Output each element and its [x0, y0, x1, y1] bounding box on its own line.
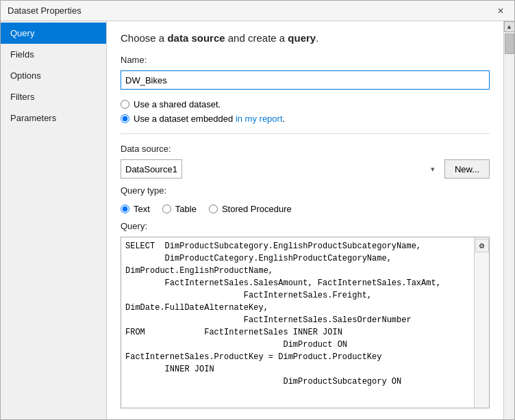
title-bar: Dataset Properties ✕: [1, 1, 514, 21]
dialog-body: Query Fields Options Filters Parameters …: [1, 21, 514, 419]
scroll-thumb[interactable]: [505, 34, 514, 54]
dataset-properties-dialog: Dataset Properties ✕ Query Fields Option…: [0, 0, 515, 420]
querytype-section: Query type: Text Table Stored Procedure: [121, 185, 490, 214]
radio-embedded-label[interactable]: Use a dataset embedded in my report.: [134, 114, 285, 124]
qt-storedproc-label[interactable]: Stored Procedure: [222, 204, 292, 214]
query-toolbar: ⚙: [474, 237, 489, 408]
qt-storedproc-radio[interactable]: [209, 205, 218, 213]
radio-shared-label[interactable]: Use a shared dataset.: [134, 99, 221, 109]
qt-table-label[interactable]: Table: [175, 204, 197, 214]
qt-table-radio[interactable]: [162, 205, 171, 213]
divider-1: [121, 133, 490, 134]
main-content: Choose a data source and create a query.…: [107, 21, 503, 419]
query-tool-button[interactable]: ⚙: [475, 239, 489, 252]
scroll-up-arrow[interactable]: ▲: [504, 21, 515, 32]
query-label: Query:: [121, 221, 490, 231]
qt-text-label[interactable]: Text: [134, 204, 150, 214]
sidebar-item-options[interactable]: Options: [1, 65, 106, 86]
datasource-row: DataSource1 New...: [121, 159, 490, 179]
close-button[interactable]: ✕: [494, 4, 507, 18]
dataset-source-radio-group: Use a shared dataset. Use a dataset embe…: [121, 99, 490, 124]
sidebar-item-filters[interactable]: Filters: [1, 86, 106, 107]
sidebar-item-parameters[interactable]: Parameters: [1, 107, 106, 129]
sidebar: Query Fields Options Filters Parameters: [1, 21, 107, 419]
right-scrollbar: ▲: [503, 21, 514, 419]
datasource-label: Data source:: [121, 144, 490, 154]
datasource-select[interactable]: DataSource1: [121, 159, 182, 179]
name-section: Name:: [121, 55, 490, 90]
querytype-radio-group: Text Table Stored Procedure: [121, 204, 490, 214]
embedded-link[interactable]: in my report: [236, 114, 283, 124]
radio-embedded-row: Use a dataset embedded in my report.: [121, 114, 490, 124]
sidebar-item-query[interactable]: Query: [1, 23, 106, 44]
radio-shared-row: Use a shared dataset.: [121, 99, 490, 109]
radio-embedded[interactable]: [121, 114, 129, 123]
query-input[interactable]: SELECT DimProductSubcategory.EnglishProd…: [121, 237, 474, 388]
querytype-label: Query type:: [121, 185, 490, 196]
query-textarea-container: SELECT DimProductSubcategory.EnglishProd…: [121, 237, 490, 408]
qt-text-radio[interactable]: [121, 205, 129, 213]
new-datasource-button[interactable]: New...: [444, 159, 490, 179]
dialog-title: Dataset Properties: [8, 5, 81, 16]
name-input[interactable]: [121, 70, 490, 90]
qt-text-row: Text: [121, 204, 150, 214]
qt-table-row: Table: [162, 204, 197, 214]
sidebar-item-fields[interactable]: Fields: [1, 44, 106, 65]
datasource-select-wrapper: DataSource1: [121, 159, 439, 179]
qt-storedproc-row: Stored Procedure: [209, 204, 292, 214]
query-section: Query: SELECT DimProductSubcategory.Engl…: [121, 221, 490, 408]
radio-shared[interactable]: [121, 100, 129, 109]
datasource-section: Data source: DataSource1 New...: [121, 144, 490, 179]
page-heading: Choose a data source and create a query.: [121, 32, 490, 44]
name-label: Name:: [121, 55, 490, 65]
